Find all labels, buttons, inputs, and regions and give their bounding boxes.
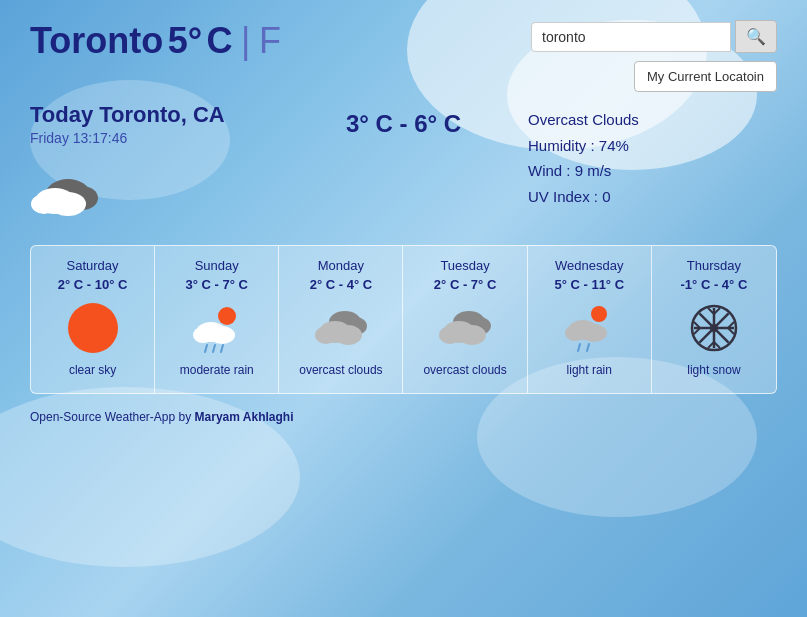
today-date: Friday 13:17:46	[30, 130, 279, 146]
forecast-temp-5: -1° C - 4° C	[681, 277, 748, 292]
svg-point-22	[591, 306, 607, 322]
forecast-day-5: Thursday	[687, 258, 741, 273]
today-wind: Wind : 9 m/s	[528, 158, 777, 184]
forecast-desc-3: overcast clouds	[423, 363, 506, 379]
forecast-temp-1: 3° C - 7° C	[186, 277, 248, 292]
forecast-icon-4	[562, 300, 617, 355]
svg-point-16	[315, 326, 337, 344]
forecast-desc-0: clear sky	[69, 363, 116, 379]
today-humidity: Humidity : 74%	[528, 133, 777, 159]
forecast-temp-0: 2° C - 10° C	[58, 277, 128, 292]
forecast-tuesday: Tuesday 2° C - 7° C overcast clouds	[403, 246, 527, 393]
temp-value: 5°	[168, 20, 202, 61]
forecast-desc-2: overcast clouds	[299, 363, 382, 379]
today-uv: UV Index : 0	[528, 184, 777, 210]
forecast-grid: Saturday 2° C - 10° C clear sky Sunday 3…	[30, 245, 777, 394]
unit-f[interactable]: F	[259, 20, 281, 61]
footer-by: by	[179, 410, 192, 424]
forecast-thursday: Thursday -1° C - 4° C	[652, 246, 776, 393]
unit-c[interactable]: C	[207, 20, 233, 61]
forecast-icon-3	[438, 300, 493, 355]
svg-line-11	[221, 345, 223, 352]
today-weather-icon	[30, 166, 279, 225]
today-label: Today Toronto, CA	[30, 102, 279, 128]
today-condition: Overcast Clouds	[528, 107, 777, 133]
search-area: 🔍 My Current Locatoin	[531, 20, 777, 92]
svg-line-9	[205, 345, 207, 352]
svg-point-8	[193, 327, 213, 343]
forecast-sunday: Sunday 3° C - 7° C moderate rain	[155, 246, 279, 393]
svg-line-26	[578, 344, 580, 351]
svg-point-5	[218, 307, 236, 325]
forecast-desc-5: light snow	[687, 363, 740, 379]
forecast-icon-2	[313, 300, 368, 355]
search-icon: 🔍	[746, 28, 766, 45]
footer-text: Open-Source Weather-App	[30, 410, 175, 424]
forecast-day-1: Sunday	[195, 258, 239, 273]
search-button[interactable]: 🔍	[735, 20, 777, 53]
svg-line-10	[213, 345, 215, 352]
forecast-icon-0	[65, 300, 120, 355]
search-input[interactable]	[531, 22, 731, 52]
svg-point-21	[439, 326, 461, 344]
forecast-temp-3: 2° C - 7° C	[434, 277, 496, 292]
forecast-saturday: Saturday 2° C - 10° C clear sky	[31, 246, 155, 393]
forecast-icon-5	[686, 300, 741, 355]
svg-point-25	[565, 325, 585, 341]
forecast-temp-4: 5° C - 11° C	[554, 277, 624, 292]
forecast-day-0: Saturday	[67, 258, 119, 273]
location-button[interactable]: My Current Locatoin	[634, 61, 777, 92]
forecast-desc-4: light rain	[567, 363, 612, 379]
svg-line-27	[587, 344, 589, 351]
footer-author: Maryam Akhlaghi	[195, 410, 294, 424]
svg-point-20	[458, 325, 486, 345]
forecast-monday: Monday 2° C - 4° C overcast clouds	[279, 246, 403, 393]
forecast-desc-1: moderate rain	[180, 363, 254, 379]
city-title: Toronto	[30, 20, 163, 61]
forecast-day-2: Monday	[318, 258, 364, 273]
forecast-icon-1	[189, 300, 244, 355]
footer: Open-Source Weather-App by Maryam Akhlag…	[30, 410, 777, 424]
today-temp-range: 3° C - 6° C	[346, 110, 461, 138]
svg-point-15	[334, 325, 362, 345]
unit-separator: |	[241, 20, 250, 61]
forecast-day-3: Tuesday	[440, 258, 489, 273]
forecast-day-4: Wednesday	[555, 258, 623, 273]
forecast-wednesday: Wednesday 5° C - 11° C light rain	[528, 246, 652, 393]
svg-point-4	[31, 194, 57, 214]
forecast-temp-2: 2° C - 4° C	[310, 277, 372, 292]
